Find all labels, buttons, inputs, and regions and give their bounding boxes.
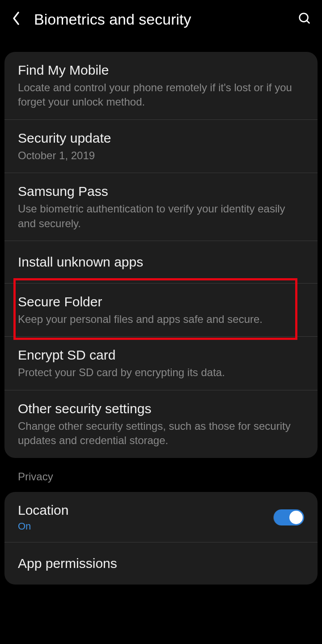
location-toggle[interactable]	[273, 509, 304, 525]
item-secure-folder[interactable]: Secure Folder Keep your personal files a…	[4, 284, 318, 337]
item-title: Secure Folder	[18, 294, 304, 309]
item-app-permissions[interactable]: App permissions	[4, 542, 318, 585]
item-samsung-pass[interactable]: Samsung Pass Use biometric authenticatio…	[4, 173, 318, 241]
item-encrypt-sd-card[interactable]: Encrypt SD card Protect your SD card by …	[4, 337, 318, 390]
item-subtitle: October 1, 2019	[18, 148, 304, 163]
privacy-card: Location On App permissions	[4, 492, 318, 585]
page-title: Biometrics and security	[34, 11, 298, 28]
item-title: App permissions	[18, 556, 304, 571]
content-area: Find My Mobile Locate and control your p…	[0, 52, 322, 585]
item-title: Security update	[18, 131, 304, 146]
toggle-knob	[289, 511, 303, 524]
section-header-privacy: Privacy	[4, 458, 318, 492]
back-icon[interactable]	[11, 10, 21, 29]
svg-point-0	[300, 13, 308, 22]
item-location[interactable]: Location On	[4, 492, 318, 542]
item-other-security-settings[interactable]: Other security settings Change other sec…	[4, 390, 318, 458]
svg-line-1	[307, 21, 309, 23]
item-subtitle: Locate and control your phone remotely i…	[18, 80, 304, 110]
item-find-my-mobile[interactable]: Find My Mobile Locate and control your p…	[4, 52, 318, 120]
item-subtitle: Keep your personal files and apps safe a…	[18, 312, 304, 326]
item-subtitle: Protect your SD card by encrypting its d…	[18, 365, 304, 380]
item-title: Samsung Pass	[18, 184, 304, 199]
item-subtitle: Use biometric authentication to verify y…	[18, 202, 304, 231]
security-card: Find My Mobile Locate and control your p…	[4, 52, 318, 458]
item-title: Other security settings	[18, 401, 304, 416]
item-title: Install unknown apps	[18, 254, 304, 270]
item-install-unknown-apps[interactable]: Install unknown apps	[4, 241, 318, 284]
item-title: Encrypt SD card	[18, 347, 304, 363]
item-title: Location	[18, 503, 268, 518]
search-icon[interactable]	[298, 12, 311, 27]
item-subtitle: Change other security settings, such as …	[18, 419, 304, 448]
item-text: Location On	[18, 503, 268, 532]
item-title: Find My Mobile	[18, 63, 304, 78]
item-status: On	[18, 521, 268, 532]
item-security-update[interactable]: Security update October 1, 2019	[4, 120, 318, 173]
app-header: Biometrics and security	[0, 0, 322, 38]
